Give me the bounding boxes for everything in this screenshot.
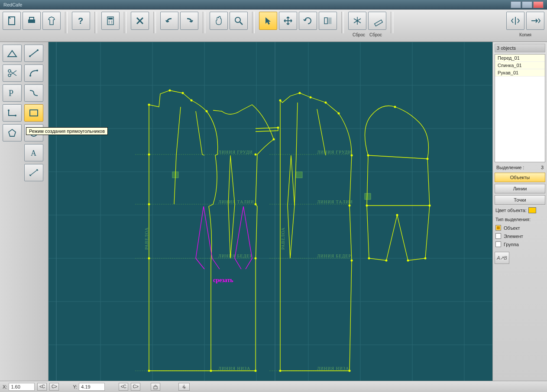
svg-point-16: [37, 49, 39, 51]
y-dec[interactable]: <С: [119, 383, 128, 391]
svg-point-23: [15, 115, 16, 116]
mirror-button[interactable]: [319, 12, 337, 30]
object-list[interactable]: Перед_01 Спинка_01 Рукав_01: [495, 54, 545, 162]
svg-point-74: [169, 90, 171, 92]
text-tool[interactable]: A: [24, 144, 43, 161]
cut-tool[interactable]: [3, 64, 22, 82]
seltype-label: Тип выделения:: [495, 216, 545, 223]
objects-button[interactable]: Объекты: [495, 173, 545, 182]
x-dec[interactable]: <С: [37, 383, 47, 391]
left-tool-palette: P A Режим создания прямоугольников: [0, 42, 49, 381]
chk-element[interactable]: Элемент: [495, 233, 545, 239]
axis-button[interactable]: [348, 12, 366, 30]
object-count: 3 objects: [495, 44, 545, 52]
svg-rect-27: [49, 42, 492, 381]
x-inc[interactable]: С>: [49, 383, 59, 391]
color-label: Цвет объекта:: [495, 208, 527, 213]
svg-rect-66: [296, 172, 302, 178]
new-file-button[interactable]: [3, 12, 21, 30]
reset1-label: Сброс: [353, 32, 365, 37]
maximize-button[interactable]: [522, 1, 532, 8]
svg-point-75: [182, 92, 184, 94]
right-panel: 3 objects Перед_01 Спинка_01 Рукав_01 Вы…: [492, 42, 547, 381]
mirror-copy-button[interactable]: [506, 12, 524, 30]
list-item[interactable]: Рукав_01: [495, 69, 545, 77]
statusbar: X: 1.60 <С С> Y: 4.19 <С С>: [0, 381, 547, 392]
selection-count: 3: [541, 165, 544, 170]
svg-point-77: [206, 110, 208, 112]
svg-point-80: [255, 257, 257, 260]
list-item[interactable]: Перед_01: [495, 55, 545, 62]
svg-point-104: [424, 257, 427, 260]
ruler-button[interactable]: [368, 12, 386, 30]
rotate-button[interactable]: [299, 12, 317, 30]
arc-tool[interactable]: [24, 64, 43, 82]
minimize-button[interactable]: [511, 1, 521, 8]
redo-button[interactable]: [180, 12, 198, 30]
svg-text:?: ?: [78, 16, 83, 26]
rename-button[interactable]: A↗B: [495, 252, 509, 264]
svg-point-6: [109, 21, 110, 22]
canvas[interactable]: ЛИНИЯ ГРУДИ ЛИНИЯ ГРУДИ ЛИНИЯ ТАЛИИ ЛИНИ…: [49, 42, 492, 381]
rectangle-tool[interactable]: [24, 104, 43, 122]
svg-point-22: [8, 109, 10, 111]
color-swatch[interactable]: [528, 207, 536, 213]
svg-point-102: [396, 214, 398, 216]
svg-point-99: [429, 205, 431, 207]
shape-tool[interactable]: [3, 124, 22, 141]
y-inc[interactable]: С>: [131, 383, 140, 391]
zoom-button[interactable]: [230, 12, 248, 30]
titlebar: RedCafe: [0, 0, 547, 10]
curve-tool[interactable]: [24, 84, 43, 102]
svg-point-20: [36, 70, 38, 71]
svg-point-19: [29, 75, 31, 77]
triangle-tool[interactable]: [3, 45, 22, 62]
select-button[interactable]: [259, 12, 277, 30]
delete-button[interactable]: [131, 12, 149, 30]
selection-label: Выделение :: [496, 165, 524, 170]
garment-button[interactable]: [42, 12, 61, 30]
measure-tool[interactable]: [24, 164, 43, 181]
undo-button[interactable]: [160, 12, 178, 30]
lock-button[interactable]: [151, 383, 160, 391]
corner-tool[interactable]: [3, 104, 22, 122]
svg-point-69: [148, 104, 150, 106]
list-item[interactable]: Спинка_01: [495, 62, 545, 69]
svg-rect-67: [365, 193, 371, 199]
svg-point-93: [349, 205, 351, 207]
point-tool[interactable]: P: [3, 84, 22, 102]
line-tool[interactable]: [24, 45, 43, 62]
move-button[interactable]: [279, 12, 297, 30]
points-button[interactable]: Точки: [495, 195, 545, 205]
svg-rect-12: [328, 18, 331, 24]
svg-point-13: [356, 20, 358, 22]
svg-rect-5: [108, 18, 113, 19]
svg-point-92: [351, 154, 353, 157]
chk-object[interactable]: Объект: [495, 225, 545, 231]
print-button[interactable]: [23, 12, 41, 30]
svg-point-72: [148, 257, 150, 260]
x-label: X:: [3, 384, 7, 389]
svg-point-84: [277, 127, 279, 129]
tooltip: Режим создания прямоугольников: [26, 127, 108, 135]
calculator-button[interactable]: [101, 12, 120, 30]
svg-point-76: [191, 100, 193, 102]
svg-point-7: [111, 21, 112, 22]
svg-rect-24: [30, 110, 38, 116]
svg-text:P: P: [9, 88, 13, 98]
svg-rect-2: [29, 17, 34, 20]
svg-text:ЛИНИЯ  ГРУДИ: ЛИНИЯ ГРУДИ: [218, 150, 253, 154]
svg-point-96: [427, 158, 429, 160]
svg-point-79: [255, 370, 257, 372]
chk-group[interactable]: Группа: [495, 241, 545, 247]
close-button[interactable]: [533, 1, 544, 8]
pan-button[interactable]: [210, 12, 228, 30]
snap-button[interactable]: [178, 383, 190, 391]
svg-point-83: [273, 138, 275, 141]
lines-button[interactable]: Линии: [495, 184, 545, 193]
svg-point-87: [349, 370, 351, 372]
copy-button[interactable]: [526, 12, 544, 30]
help-button[interactable]: ?: [72, 12, 90, 30]
svg-point-100: [368, 257, 370, 260]
svg-text:срезать: срезать: [213, 277, 233, 283]
